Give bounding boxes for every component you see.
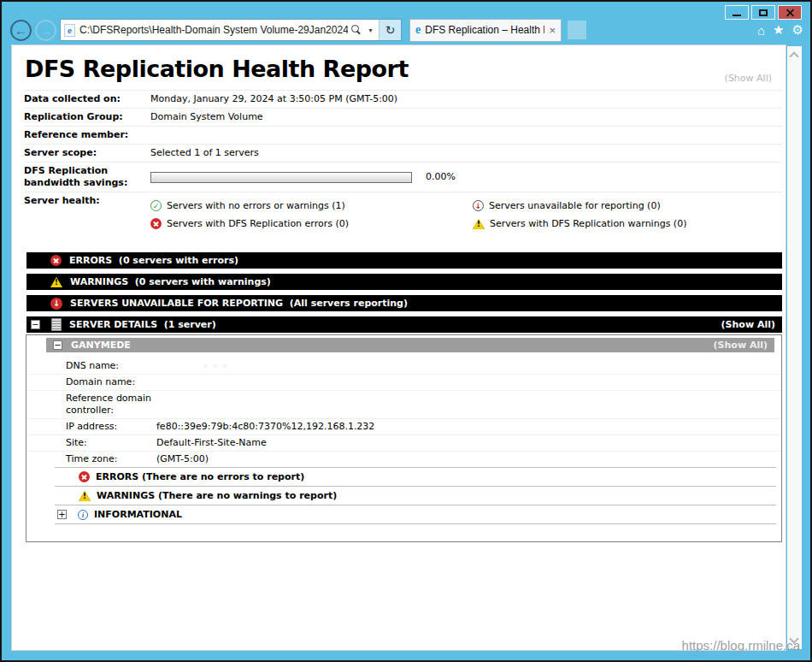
page-title: DFS Replication Health Report — [25, 56, 782, 82]
maximize-button[interactable] — [751, 5, 775, 20]
error-icon — [150, 218, 162, 229]
server-details-box: − GANYMEDE (Show All) DNS name: · · · Do… — [26, 334, 782, 542]
field-value: Selected 1 of 1 servers — [150, 147, 782, 159]
detail-value: (GMT-5:00) — [156, 453, 781, 465]
section-title: WARNINGS (0 servers with warnings) — [70, 276, 775, 287]
address-bar[interactable]: e C:\DFSReports\Health-Domain System Vol… — [60, 19, 402, 41]
maximize-icon — [759, 9, 768, 16]
tab-title[interactable]: DFS Replication – Health Re... — [425, 24, 544, 36]
info-icon: i — [78, 510, 88, 520]
detail-label: Domain name: — [66, 376, 156, 388]
close-button[interactable] — [778, 5, 802, 20]
tab-close-icon[interactable]: × — [549, 24, 556, 37]
chevron-down-icon[interactable]: ▼ — [368, 27, 374, 33]
browser-window: ← → e C:\DFSReports\Health-Domain System… — [0, 0, 812, 662]
field-value — [150, 129, 782, 141]
section-title: ERRORS (0 servers with errors) — [69, 255, 775, 266]
content-scrollbar[interactable] — [787, 46, 802, 649]
section-bar-warnings[interactable]: WARNINGS (0 servers with warnings) — [26, 274, 782, 290]
collapse-toggle[interactable]: − — [53, 340, 62, 350]
detail-label: Time zone: — [66, 453, 156, 465]
field-label: Data collected on: — [24, 93, 150, 105]
detail-value — [156, 393, 781, 417]
detail-value: Default-First-Site-Name — [156, 437, 781, 449]
health-item: ↓ Servers unavailable for reporting (0) — [473, 197, 782, 215]
field-row: Server scope: Selected 1 of 1 servers — [24, 144, 782, 162]
refresh-button[interactable]: ↻ — [379, 20, 401, 40]
status-text: INFORMATIONAL — [94, 509, 182, 520]
field-row: Reference member: — [24, 126, 782, 144]
scroll-up-icon[interactable] — [789, 51, 798, 61]
browser-tab[interactable]: e DFS Replication – Health Re... × — [409, 19, 562, 42]
show-all-link[interactable]: (Show All) — [714, 340, 768, 351]
show-all-link[interactable]: (Show All) — [721, 319, 775, 330]
field-label: Server health: — [24, 195, 150, 243]
detail-row: Reference domain controller: — [26, 390, 781, 418]
back-button[interactable]: ← — [10, 20, 32, 41]
status-text: ERRORS (There are no errors to report) — [96, 471, 304, 482]
status-text: WARNINGS (There are no warnings to repor… — [97, 490, 337, 501]
detail-value — [156, 376, 781, 388]
server-name: GANYMEDE — [71, 340, 131, 351]
health-item-text: Servers unavailable for reporting (0) — [489, 200, 661, 212]
health-item-text: Servers with DFS Replication errors (0) — [167, 218, 349, 230]
collapse-toggle[interactable]: − — [31, 320, 40, 329]
health-item: ✓ Servers with no errors or warnings (1) — [150, 197, 473, 215]
unavailable-icon: ↓ — [50, 298, 62, 310]
field-label: Replication Group: — [24, 111, 150, 123]
detail-row: Time zone: (GMT-5:00) — [26, 451, 781, 467]
detail-row: IP address: fe80::39e9:79b:4c80:7370%12,… — [26, 418, 781, 434]
health-item: Servers with DFS Replication errors (0) — [150, 215, 473, 233]
search-icon[interactable] — [350, 24, 362, 36]
refresh-icon: ↻ — [385, 23, 396, 37]
server-bar-ganymede[interactable]: − GANYMEDE (Show All) — [46, 338, 774, 352]
ok-check-icon: ✓ — [150, 200, 162, 211]
ie-logo-icon: e — [415, 24, 421, 36]
field-row: Replication Group: Domain System Volume — [24, 108, 782, 126]
warning-icon — [473, 219, 485, 229]
field-row: Data collected on: Monday, January 29, 2… — [24, 90, 782, 108]
health-item: Servers with DFS Replication warnings (0… — [473, 215, 782, 233]
show-all-link[interactable]: (Show All) — [725, 73, 772, 84]
status-row-informational[interactable]: + i INFORMATIONAL — [55, 505, 776, 524]
bandwidth-percent: 0.00% — [426, 171, 456, 183]
detail-value: fe80::39e9:79b:4c80:7370%12,192.168.1.23… — [156, 421, 781, 433]
field-value: Monday, January 29, 2024 at 3:50:05 PM (… — [150, 93, 782, 105]
forward-arrow-icon: → — [39, 23, 52, 38]
section-title: SERVERS UNAVAILABLE FOR REPORTING (All s… — [70, 298, 775, 309]
status-row-errors: ERRORS (There are no errors to report) — [55, 467, 776, 486]
address-url[interactable]: C:\DFSReports\Health-Domain System Volum… — [79, 24, 348, 36]
section-bar-errors[interactable]: ERRORS (0 servers with errors) — [26, 252, 782, 269]
error-icon — [50, 255, 62, 266]
home-icon[interactable]: ⌂ — [757, 23, 765, 38]
warning-icon — [79, 491, 91, 501]
server-health-row: Server health: ✓ Servers with no errors … — [24, 192, 782, 245]
watermark: https://blog.rmilne.ca — [682, 638, 800, 653]
detail-label: Reference domain controller: — [66, 393, 156, 417]
detail-label: Site: — [66, 437, 156, 449]
favorites-star-icon[interactable]: ★ — [773, 22, 784, 38]
section-bar-unavailable[interactable]: ↓ SERVERS UNAVAILABLE FOR REPORTING (All… — [26, 295, 782, 311]
health-item-text: Servers with DFS Replication warnings (0… — [490, 218, 686, 230]
navigation-bar: ← → e C:\DFSReports\Health-Domain System… — [2, 15, 810, 44]
server-icon — [51, 318, 62, 331]
section-bar-server-details[interactable]: − SERVER DETAILS (1 server) (Show All) — [26, 316, 782, 333]
expand-toggle[interactable]: + — [57, 510, 67, 519]
report-page: DFS Replication Health Report (Show All)… — [11, 44, 786, 651]
bandwidth-progress-bar — [150, 172, 412, 183]
detail-label: IP address: — [66, 421, 156, 433]
field-label: Server scope: — [24, 147, 150, 159]
minimize-icon — [733, 15, 741, 16]
new-tab-button[interactable] — [568, 21, 586, 39]
status-row-warnings: WARNINGS (There are no warnings to repor… — [55, 486, 776, 505]
minimize-button[interactable] — [725, 5, 749, 20]
section-title: SERVER DETAILS (1 server) — [69, 319, 721, 330]
field-value: Domain System Volume — [150, 111, 782, 123]
field-label: Reference member: — [24, 129, 150, 141]
forward-button[interactable]: → — [35, 20, 56, 41]
back-arrow-icon: ← — [15, 23, 27, 38]
settings-gear-icon[interactable]: ⚙ — [792, 22, 803, 38]
title-bar[interactable] — [2, 2, 810, 15]
error-icon — [79, 471, 90, 482]
detail-row: Domain name: — [26, 374, 781, 390]
